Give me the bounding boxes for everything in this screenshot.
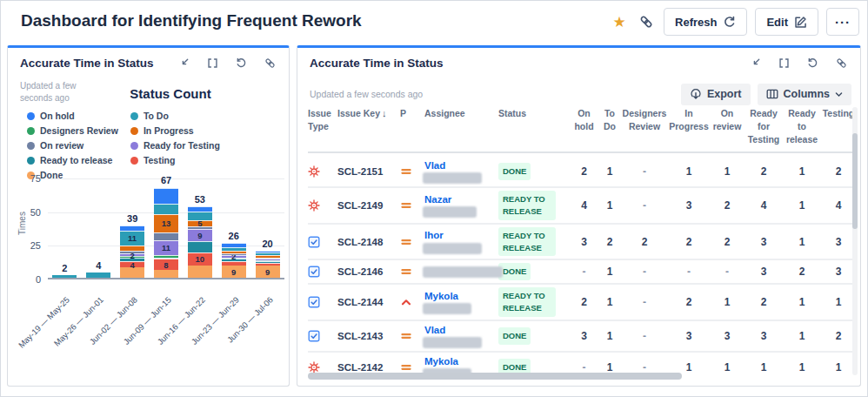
issue-key-link[interactable]: SCL-2143 [337,331,383,341]
assignee-link[interactable]: Ihor [424,230,444,240]
issue-key-link[interactable]: SCL-2148 [337,237,383,247]
column-header-issue-type[interactable]: Issue Type [308,107,337,133]
table-row-scl-2143[interactable]: SCL-2143VladDONE31-33312 [308,321,856,353]
bar-segment-done[interactable] [154,270,178,278]
refresh-panel-icon[interactable] [234,56,248,70]
bar-segment-testing[interactable]: 8 [154,259,178,269]
assignee-link[interactable]: Mykola [424,291,458,301]
bar-jun-23-jun-29[interactable]: 9226 [222,243,246,278]
assignee-link[interactable]: Nazar [424,194,451,205]
column-header-designers-review[interactable]: Designers Review [621,107,668,133]
bar-segment-on-review[interactable] [222,253,246,255]
column-header-ready-to-release[interactable]: Ready to release [783,107,821,147]
bar-segment-testing[interactable]: 4 [120,261,144,266]
issue-key-cell[interactable]: SCL-2144 [337,296,400,308]
column-header-assignee[interactable]: Assignee [424,107,498,120]
bar-segment-ready-for-testing[interactable] [256,259,280,260]
bar-segment-ready-for-testing[interactable]: 9 [188,229,212,241]
share-link-icon[interactable] [637,12,656,31]
legend-item-designers-review[interactable]: Designers Review [27,125,118,136]
bar-segment-to-do[interactable] [86,273,110,278]
bar-segment-in-progress[interactable] [256,255,280,258]
bar-segment-to-do[interactable] [256,252,280,255]
table-row-scl-2148[interactable]: SCL-2148IhorREADY TO RELEASE32222313 [308,225,856,261]
bar-segment-in-progress[interactable]: 5 [188,220,212,227]
bar-jun-16-jun-22[interactable]: 109553 [188,206,212,278]
bar-segment-testing[interactable] [256,263,280,266]
issue-key-cell[interactable]: SCL-2149 [337,199,400,212]
bar-may-26-jun-01[interactable]: 4 [86,273,110,278]
column-header-testing[interactable]: Testing [821,107,856,120]
bar-segment-to-do[interactable] [154,204,178,214]
issue-key-cell[interactable]: SCL-2143 [337,330,400,342]
export-button[interactable]: Export [681,84,751,105]
legend-item-ready-to-release[interactable]: Ready to release [27,155,118,165]
link-icon[interactable] [263,56,277,70]
bar-segment-in-progress[interactable] [222,251,246,253]
bar-segment-on-hold[interactable] [188,206,212,212]
bar-segment-designers-review[interactable] [154,255,178,258]
column-header-to-do[interactable]: To Do [598,107,621,133]
issue-key-link[interactable]: SCL-2149 [337,200,383,211]
bar-segment-on-review[interactable] [256,258,280,259]
bar-jun-09-jun-15[interactable]: 8111367 [154,187,178,278]
bar-segment-ready-for-testing[interactable]: 2 [120,253,144,256]
column-header-status[interactable]: Status [498,107,570,120]
favorite-star-icon[interactable]: ★ [610,12,629,31]
bar-segment-testing[interactable]: 10 [188,252,212,266]
column-header-ready-for-testing[interactable]: Ready for Testing [744,107,783,147]
issue-key-link[interactable]: SCL-2144 [337,297,383,307]
bar-segment-in-progress[interactable]: 13 [154,214,178,232]
vertical-scrollbar[interactable] [852,133,858,229]
legend-item-on-review[interactable]: On review [27,140,118,151]
bar-jun-02-jun-08[interactable]: 421139 [120,225,144,278]
bar-segment-on-hold[interactable] [120,225,144,231]
link-icon[interactable] [834,56,848,70]
assignee-link[interactable]: Vlad [424,325,445,335]
table-row-scl-2149[interactable]: SCL-2149NazarREADY TO RELEASE41-32414 [308,188,856,225]
bar-segment-on-hold[interactable] [154,188,178,205]
issue-key-cell[interactable]: SCL-2151 [337,165,400,178]
legend-item-ready-for-testing[interactable]: Ready for Testing [130,140,220,151]
table-row-scl-2146[interactable]: SCL-2146DONE-1---323 [308,260,856,285]
more-menu-button[interactable]: ··· [826,8,859,36]
assignee-link[interactable]: Mykola [424,356,458,367]
bar-segment-done[interactable] [188,266,212,278]
bar-segment-ready-to-release[interactable] [256,261,280,263]
bar-segment-testing[interactable] [222,261,246,266]
column-header-p[interactable]: P [400,107,424,120]
legend-item-testing[interactable]: Testing [130,155,220,165]
issue-key-link[interactable]: SCL-2142 [337,362,383,373]
bar-segment-ready-to-release[interactable] [188,241,212,252]
collapse-icon[interactable] [748,56,762,70]
bar-segment-on-hold[interactable] [222,243,246,247]
expand-icon[interactable] [777,56,791,70]
bar-segment-to-do[interactable] [188,212,212,219]
bar-segment-to-do[interactable]: 11 [120,231,144,246]
refresh-button[interactable]: Refresh [664,8,747,36]
bar-segment-ready-to-release[interactable] [154,258,178,259]
issue-key-link[interactable]: SCL-2151 [337,166,383,177]
horizontal-scrollbar[interactable] [308,373,682,380]
issue-key-cell[interactable]: SCL-2146 [337,266,400,278]
table-row-scl-2144[interactable]: SCL-2144MykolaREADY TO RELEASE21-21211 [308,285,856,321]
bar-segment-in-progress[interactable] [120,246,144,251]
expand-icon[interactable] [205,56,219,70]
bar-may-19-may-25[interactable]: 2 [52,275,77,278]
bar-segment-done[interactable]: 9 [256,266,280,278]
issue-key-link[interactable]: SCL-2146 [337,266,383,277]
legend-item-on-hold[interactable]: On hold [27,111,118,121]
columns-button[interactable]: Columns [758,84,851,105]
refresh-panel-icon[interactable] [805,56,819,70]
bar-segment-on-review[interactable] [120,251,144,253]
legend-item-in-progress[interactable]: In Progress [130,125,220,136]
column-header-on-review[interactable]: On review [710,107,744,133]
legend-item-to-do[interactable]: To Do [130,111,220,121]
bar-segment-on-review[interactable] [154,232,178,240]
column-header-on-hold[interactable]: On hold [570,107,598,133]
assignee-link[interactable]: Vlad [424,160,445,171]
bar-segment-designers-review[interactable] [256,260,280,262]
bar-segment-done[interactable]: 9 [222,266,246,278]
column-header-in-progress[interactable]: In Progress [668,107,710,133]
issue-key-cell[interactable]: SCL-2148 [337,236,400,248]
